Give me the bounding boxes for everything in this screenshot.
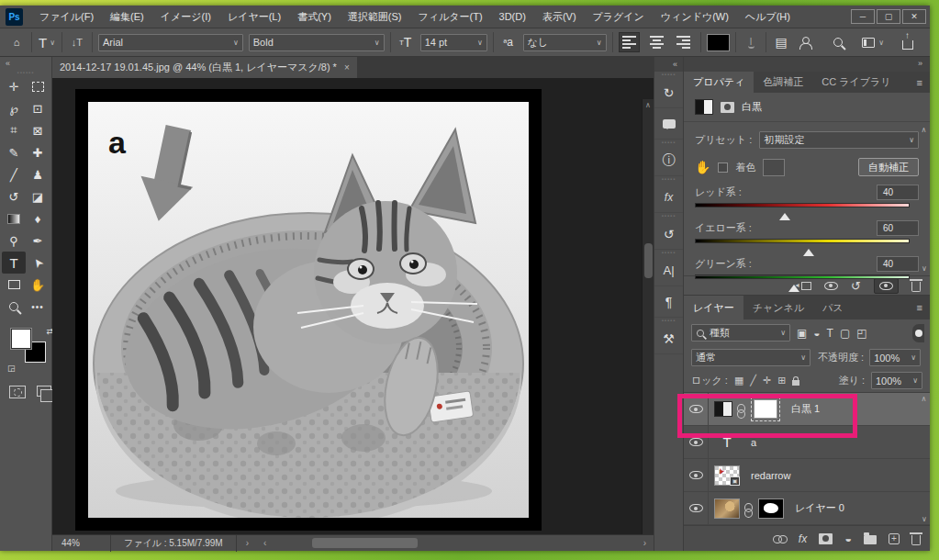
font-family-select[interactable]: Arial∨ (98, 34, 243, 51)
menu-edit[interactable]: 編集(E) (102, 6, 152, 28)
layer-visibility-toggle[interactable] (684, 393, 709, 425)
layer-row-text-a[interactable]: T a (684, 426, 930, 459)
layer-visibility-toggle[interactable] (684, 492, 709, 524)
panel-menu-icon[interactable]: ≡ (917, 72, 930, 93)
scroll-right-icon[interactable]: › (636, 538, 654, 548)
layer-mask-thumbnail[interactable] (754, 399, 777, 419)
yellows-slider-thumb[interactable] (803, 243, 814, 256)
warp-text-button[interactable]: I (742, 32, 760, 52)
close-button[interactable]: ✕ (902, 9, 926, 24)
tool-crop[interactable]: ⌗ (2, 119, 26, 141)
layers-scrollbar[interactable]: ∧ ∨ (920, 395, 928, 523)
filter-adjustment-layers-icon[interactable]: ◒ (813, 327, 820, 340)
align-center-button[interactable] (645, 32, 667, 52)
tool-type[interactable]: T (2, 252, 26, 274)
horizontal-scrollbar[interactable] (272, 535, 635, 551)
mask-link-icon[interactable] (738, 404, 745, 415)
layer-visibility-toggle[interactable] (684, 459, 709, 491)
comments-panel-button[interactable] (654, 108, 683, 140)
fill-field[interactable]: 100%∨ (871, 372, 922, 389)
workspace-switcher[interactable]: ∨ (862, 32, 884, 52)
font-style-select[interactable]: Bold∨ (249, 34, 385, 51)
layer-visibility-toggle[interactable] (684, 426, 709, 458)
tool-zoom[interactable] (2, 296, 26, 318)
new-group-icon[interactable] (864, 535, 877, 544)
collapse-panels-arrow[interactable]: « (654, 57, 683, 72)
text-orientation-button[interactable]: ↓T (68, 32, 86, 52)
targeted-adjustment-icon[interactable]: ✋ (695, 160, 710, 174)
tool-path-selection[interactable]: ➤ (26, 252, 50, 274)
tool-blur[interactable]: ♦ (26, 207, 50, 230)
menu-3d[interactable]: 3D(D) (491, 6, 534, 28)
type-tool-preset-button[interactable]: T∨ (38, 32, 56, 52)
font-size-select[interactable]: 14 pt∨ (420, 34, 487, 51)
new-adjustment-layer-icon[interactable]: ◒ (844, 532, 852, 545)
lock-image-pixels-icon[interactable]: ╱ (750, 375, 756, 386)
tool-frame[interactable]: ⊠ (26, 119, 50, 141)
document-tab[interactable]: 2014-12-17 19.01.45.jpg @ 44% (白黒 1, レイヤ… (52, 57, 357, 78)
lock-position-icon[interactable]: ✛ (763, 375, 771, 386)
tool-rectangle[interactable] (2, 274, 26, 296)
character-panel-button[interactable]: A| (654, 255, 683, 286)
reset-icon[interactable]: ↺ (851, 279, 861, 293)
vertical-scrollbar[interactable]: ∧ ∨ (642, 99, 654, 534)
reds-value-field[interactable]: 40 (877, 185, 919, 200)
filter-type-layers-icon[interactable]: T (827, 327, 833, 340)
status-expand-icon[interactable]: › (237, 538, 258, 548)
tool-brush[interactable]: ╱ (2, 163, 26, 185)
filter-type-select[interactable]: 種類∨ (691, 324, 790, 342)
link-layers-icon[interactable] (773, 535, 787, 543)
close-tab-icon[interactable]: × (344, 62, 350, 73)
preset-select[interactable]: 初期設定∨ (759, 131, 919, 149)
tab-layers[interactable]: レイヤー (684, 296, 743, 319)
greens-value-field[interactable]: 40 (877, 256, 919, 272)
toggle-character-panel-button[interactable]: ▤ (772, 32, 790, 52)
panel-menu-icon[interactable]: ≡ (917, 296, 930, 319)
yellows-value-field[interactable]: 60 (877, 220, 919, 236)
filter-shape-layers-icon[interactable]: ▢ (840, 327, 850, 340)
filter-smart-objects-icon[interactable]: ◰ (856, 327, 866, 340)
tool-history-brush[interactable]: ↺ (2, 185, 26, 207)
menu-filter[interactable]: フィルター(T) (409, 6, 490, 28)
text-color-swatch[interactable] (707, 34, 731, 51)
menu-window[interactable]: ウィンドウ(W) (653, 6, 737, 28)
tool-gradient[interactable] (2, 207, 26, 230)
scroll-up-icon[interactable]: ∧ (922, 395, 927, 403)
tab-adjustments[interactable]: 色調補正 (754, 72, 812, 93)
scroll-down-icon[interactable]: ∨ (922, 264, 927, 273)
scroll-up-icon[interactable]: ∧ (645, 101, 651, 109)
default-colors-icon[interactable]: ◲ (7, 364, 16, 373)
canvas-viewport[interactable]: a ∧ ∨ (52, 78, 654, 534)
file-size-info[interactable]: ファイル : 5.15M/7.99M (111, 535, 237, 552)
menu-layer[interactable]: レイヤー(L) (219, 6, 289, 28)
layer-name[interactable]: a (745, 437, 756, 448)
menu-type[interactable]: 書式(Y) (289, 6, 340, 28)
tool-hand[interactable]: ✋ (26, 274, 50, 296)
expand-panels-arrow[interactable]: » (918, 59, 922, 68)
anti-alias-select[interactable]: なし∨ (523, 34, 607, 51)
tool-edit-toolbar[interactable]: ••• (26, 296, 50, 318)
tab-cc-libraries[interactable]: CC ライブラリ (812, 72, 900, 93)
menu-image[interactable]: イメージ(I) (152, 6, 219, 28)
tint-color-swatch[interactable] (763, 159, 785, 176)
add-layer-mask-icon[interactable] (819, 533, 833, 544)
share-button[interactable] (899, 32, 917, 52)
scroll-up-icon[interactable]: ∧ (922, 126, 927, 134)
collapse-tools-arrow[interactable]: « (0, 57, 51, 70)
layer-mask-thumbnail[interactable] (758, 498, 784, 519)
menu-view[interactable]: 表示(V) (534, 6, 585, 28)
tool-object-selection[interactable]: ⊡ (26, 97, 50, 119)
tool-rectangular-marquee[interactable] (26, 75, 50, 97)
lock-all-icon[interactable] (792, 380, 799, 386)
screen-mode-button[interactable] (37, 386, 51, 397)
tab-paths[interactable]: パス (813, 296, 853, 319)
opacity-field[interactable]: 100%∨ (869, 349, 921, 366)
history-panel-button[interactable]: ↻ (654, 77, 683, 108)
paragraph-panel-button[interactable]: ¶ (654, 286, 683, 318)
minimize-button[interactable]: ─ (851, 9, 875, 24)
filter-pixel-layers-icon[interactable]: ▣ (797, 327, 807, 340)
tool-lasso[interactable]: ℘ (2, 97, 26, 119)
quick-mask-button[interactable] (9, 386, 26, 398)
tool-move[interactable]: ✛ (2, 75, 26, 97)
bw-adjustment-thumbnail[interactable] (714, 401, 732, 417)
